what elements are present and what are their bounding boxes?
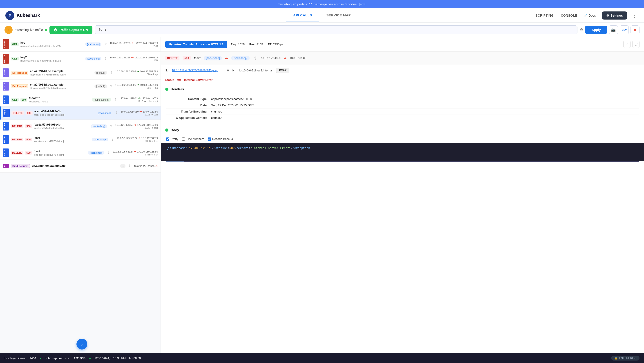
pretty-checkbox[interactable]: Pretty xyxy=(166,137,178,141)
nav-scripting[interactable]: SCRIPTING xyxy=(536,14,554,17)
expand-icon[interactable]: ⤢ xyxy=(623,41,630,48)
item-sub: front-end-54cddd48dc-s4llq xyxy=(34,127,89,129)
displayed-label: Displayed items: xyxy=(4,357,26,360)
tab-service-map[interactable]: SERVICE MAP xyxy=(319,9,358,22)
headers-section-header[interactable]: Headers xyxy=(161,84,644,94)
address-info: 10.0.52.125:55124 ➔ 172.20.189.158:80 33… xyxy=(112,150,158,156)
nav-console[interactable]: CONSOLE xyxy=(561,14,577,17)
list-item[interactable]: HTTP DELETE 500 /cart load-test-dcbdd987… xyxy=(0,146,160,159)
share-icon[interactable]: ⇪ xyxy=(253,55,258,61)
arrow: ➔ xyxy=(225,56,228,60)
docs-button[interactable]: 📄 Docs xyxy=(581,12,598,19)
header-key: Date xyxy=(166,104,211,107)
logo-area: Kubeshark xyxy=(6,11,40,20)
protocol-badge: HTTP xyxy=(3,122,9,130)
traffic-list: REDIS GET key mizutest-redis-go-68bd7868… xyxy=(0,37,161,361)
list-item[interactable]: P Bind Request cn.admin,dc.example,dc ..… xyxy=(0,159,160,173)
res-size: Res: 910B xyxy=(249,43,263,46)
item-sub: mizutest-redis-go-68bd786878-6v24q xyxy=(20,59,84,62)
list-item[interactable]: HTTP DELETE 500 /cart load-test-dcbdd987… xyxy=(0,133,160,146)
code-scroll[interactable] xyxy=(166,161,638,162)
request-method: DELETE xyxy=(165,56,180,60)
share-icon[interactable]: ⇪ xyxy=(114,110,119,116)
decode-base64-checkbox[interactable]: Decode Base64 xyxy=(208,137,233,141)
item-info: key mizutest-redis-go-68bd786878-6v24q xyxy=(20,41,84,47)
method-badge: Del Request xyxy=(11,71,28,75)
detail-icons: ⤢ ⛶ xyxy=(623,41,640,48)
item-sub: kubelet/127.0.0.1 xyxy=(29,100,90,103)
share-icon[interactable]: ⇪ xyxy=(113,97,118,103)
logo-text: Kubeshark xyxy=(17,13,40,18)
scroll-down-button[interactable]: ⌄ xyxy=(76,339,87,350)
captured-size: 172.6GB xyxy=(74,357,86,360)
list-item[interactable]: HTTP DELETE 500 /carts/57a98d98e4b front… xyxy=(0,106,160,120)
separator-dot: ● xyxy=(40,357,41,360)
pretty-input[interactable] xyxy=(166,137,169,141)
namespace-tag: [default] xyxy=(94,84,107,88)
line-numbers-input[interactable] xyxy=(182,137,185,141)
fullscreen-icon[interactable]: ⛶ xyxy=(632,41,640,48)
svg-point-1 xyxy=(9,15,10,16)
item-path: /carts/57a98d98e4b xyxy=(34,123,89,126)
banner-edit-link[interactable]: [edit] xyxy=(359,2,366,6)
banner-text: Targeting 90 pods in 11 namespaces acros… xyxy=(278,2,357,6)
decode-base64-input[interactable] xyxy=(208,137,211,141)
share-icon[interactable]: ⇪ xyxy=(109,83,114,89)
protocol-badge: HTTP xyxy=(3,109,10,117)
index-label: I: xyxy=(222,69,224,72)
body-section-header[interactable]: Body xyxy=(161,125,644,135)
section-dot xyxy=(165,88,168,91)
record-icon: ⏺ xyxy=(633,28,637,32)
screenshot-button[interactable]: 📷 xyxy=(609,25,618,34)
address-info: 10.0.12.7:54050 ➔ 172.20.119.152:80 102B… xyxy=(115,123,158,129)
capture-button[interactable]: ⏻ Traffic Capture: ON xyxy=(50,26,92,34)
pcap-link[interactable]: 10.0.6.218:48999/000018293843.pcap xyxy=(172,69,218,72)
pcap-button[interactable]: PCAP xyxy=(276,68,290,73)
item-info: /cart load-test-dcbdd9878-h4bmj xyxy=(34,150,86,156)
src-ip: 10.0.12.7:54050 xyxy=(261,57,281,60)
csv-button[interactable]: CSV xyxy=(620,25,629,34)
tab-api-calls[interactable]: API CALLS xyxy=(286,9,319,22)
item-info: cn.a2f9914d,dc.example, ldap-client-v3-7… xyxy=(30,83,93,89)
logo-icon xyxy=(6,11,14,20)
docs-icon: 📄 xyxy=(584,14,587,17)
date-label: 12/21/2024, 5:16:38 PM UTC-08:00 xyxy=(94,357,141,360)
list-item[interactable]: REDIS GET key mizutest-redis-go-68bd7868… xyxy=(0,37,160,52)
protocol-badge: P xyxy=(3,164,9,168)
apply-button[interactable]: Apply xyxy=(585,26,607,34)
address-info: 10.0.50.251:33396 ➔ 10.0.33.252:389 36B … xyxy=(115,83,158,89)
share-icon[interactable]: ⇪ xyxy=(109,70,114,76)
pause-button[interactable]: ⏸ xyxy=(4,26,12,34)
share-icon[interactable]: ⇪ xyxy=(110,136,115,142)
share-icon[interactable]: ⇪ xyxy=(127,163,132,169)
share-icon[interactable]: ⇪ xyxy=(106,150,111,156)
request-row: DELETE 500 /cart [sock-shop] ➔ [sock-sho… xyxy=(161,52,644,65)
header-row: X-Application-Context carts:80 xyxy=(166,115,638,121)
top-banner: Targeting 90 pods in 11 namespaces acros… xyxy=(0,0,644,8)
share-icon[interactable]: ⇪ xyxy=(103,41,108,47)
line-numbers-checkbox[interactable]: Line numbers xyxy=(182,137,204,141)
namespace-tag: [sock-shop] xyxy=(96,111,112,115)
item-path: cn.admin,dc.example,dc xyxy=(32,164,118,167)
header-right: SCRIPTING CONSOLE 📄 Docs ⚙ Settings ⋮ xyxy=(536,11,638,20)
item-sub: load-test-dcbdd9878-h4bmj xyxy=(34,153,86,156)
code-scroll-thumb xyxy=(166,161,184,162)
share-icon[interactable]: ⇪ xyxy=(109,123,114,129)
item-path: /carts/57a98d98e4b xyxy=(34,110,94,113)
item-sub: front-end-54cddd48dc-s4llq xyxy=(34,113,94,116)
list-item[interactable]: LDAP Del Request cn.a2f9914d,dc.example,… xyxy=(0,66,160,79)
list-item[interactable]: REDIS GET key2 mizutest-redis-go-68bd786… xyxy=(0,52,160,66)
share-icon[interactable]: ⇪ xyxy=(103,56,108,62)
record-button[interactable]: ⏺ xyxy=(630,25,640,34)
list-item[interactable]: HTTP GET 200 /healthz kubelet/127.0.0.1 … xyxy=(0,93,160,106)
nav-right-tabs: SCRIPTING CONSOLE xyxy=(536,14,577,17)
list-item[interactable]: HTTP DELETE 500 /carts/57a98d98e4b front… xyxy=(0,120,160,133)
settings-button[interactable]: ⚙ Settings xyxy=(602,11,627,19)
search-input[interactable] xyxy=(95,25,578,34)
address-info: 10.0.50.251:33396 ➔ xyxy=(134,164,158,168)
more-button[interactable]: ⋮ xyxy=(630,11,638,20)
displayed-count: 9466 xyxy=(30,357,36,360)
header-key: X-Application-Context xyxy=(166,116,211,119)
item-path: cn.a2f9914d,dc.example, xyxy=(30,69,93,73)
list-item[interactable]: LDAP Del Request cn.a2f9914d,dc.example,… xyxy=(0,79,160,93)
